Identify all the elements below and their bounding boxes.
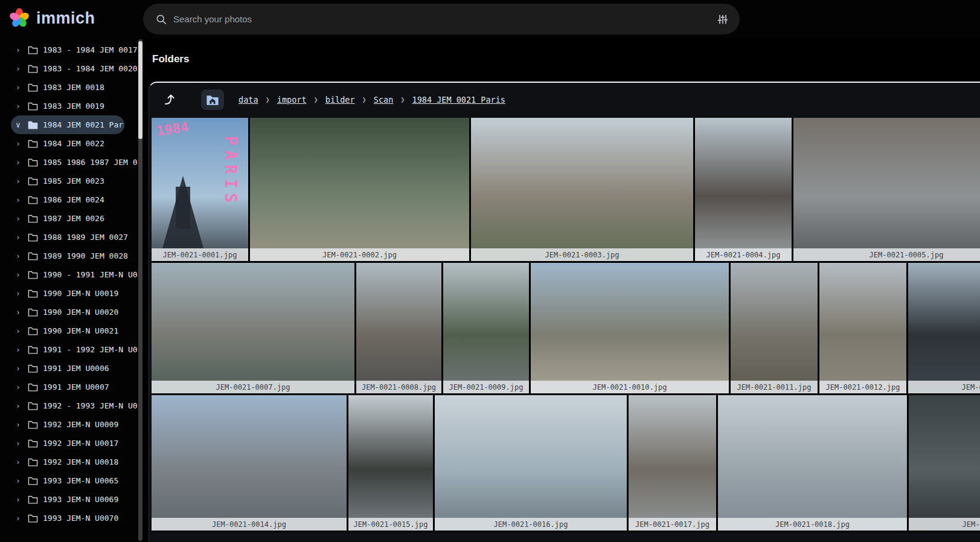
- breadcrumb-link[interactable]: bilder: [325, 95, 355, 105]
- photo-tile[interactable]: JEM-0021-0005.jpg: [793, 118, 980, 261]
- chevron-icon[interactable]: ›: [16, 457, 23, 466]
- sidebar-folder-item[interactable]: › 1992 JEM-N U0018: [11, 453, 138, 471]
- photo-thumbnail: [471, 118, 693, 261]
- chevron-icon[interactable]: ›: [16, 326, 23, 335]
- app-brand[interactable]: immich: [8, 7, 95, 29]
- sidebar-folder-item[interactable]: › 1992 JEM-N U0017: [11, 434, 138, 453]
- sidebar-folder-item[interactable]: › 1991 - 1992 JEM-N U00: [11, 340, 138, 359]
- sidebar-folder-item[interactable]: › 1985 1986 1987 JEM 00: [11, 153, 138, 172]
- chevron-icon[interactable]: ›: [16, 476, 23, 485]
- chevron-icon[interactable]: ›: [16, 139, 23, 148]
- filter-tune-icon[interactable]: [717, 13, 729, 25]
- photo-tile[interactable]: JEM-0021-0016.jpg: [435, 395, 627, 531]
- chevron-icon[interactable]: ›: [16, 64, 23, 73]
- chevron-icon[interactable]: ›: [16, 102, 23, 111]
- sidebar-folder-item[interactable]: › 1984 JEM 0022: [11, 134, 138, 153]
- chevron-icon[interactable]: ›: [16, 364, 23, 373]
- folder-icon: [28, 439, 38, 448]
- sidebar-folder-item[interactable]: › 1990 JEM-N U0020: [11, 303, 138, 321]
- breadcrumb-link[interactable]: 1984 JEM 0021 Paris: [412, 95, 505, 105]
- photo-filename: JEM-0021-0010.jpg: [531, 381, 729, 393]
- folder-label: 1983 - 1984 JEM 0020: [43, 64, 138, 73]
- sidebar-folder-item[interactable]: › 1989 1990 JEM 0028: [11, 247, 138, 265]
- chevron-icon[interactable]: ›: [16, 270, 23, 279]
- photo-tile[interactable]: JEM-0021-0019.jpg: [909, 395, 980, 531]
- chevron-icon[interactable]: ›: [16, 195, 23, 204]
- photo-thumbnail: [531, 263, 729, 393]
- sidebar-folder-item[interactable]: › 1985 JEM 0023: [11, 172, 138, 190]
- sidebar-folder-item[interactable]: › 1991 JEM U0006: [11, 359, 138, 378]
- folder-label: 1991 JEM U0007: [43, 382, 109, 392]
- chevron-icon[interactable]: ›: [16, 420, 23, 429]
- chevron-icon[interactable]: ›: [16, 158, 23, 167]
- search-bar[interactable]: [143, 4, 740, 34]
- folder-icon: [28, 195, 38, 204]
- chevron-icon[interactable]: ›: [16, 345, 23, 354]
- chevron-icon[interactable]: ›: [16, 439, 23, 448]
- photo-thumbnail: [443, 263, 529, 393]
- sidebar-scrollbar-thumb[interactable]: [138, 41, 143, 139]
- photo-tile[interactable]: JEM-0021-0018.jpg: [718, 395, 907, 531]
- chevron-icon[interactable]: ›: [16, 45, 23, 54]
- chevron-icon[interactable]: ∨: [16, 120, 23, 129]
- sidebar-folder-item[interactable]: › 1990 JEM-N U0019: [11, 284, 138, 303]
- chevron-icon[interactable]: ›: [16, 83, 23, 92]
- chevron-icon[interactable]: ›: [16, 289, 23, 298]
- navigate-up-button[interactable]: [158, 89, 179, 111]
- chevron-icon[interactable]: ›: [16, 514, 23, 523]
- sidebar-folder-item[interactable]: › 1993 JEM-N U0069: [11, 490, 138, 509]
- photo-tile[interactable]: JEM-0021-0015.jpg: [348, 395, 433, 531]
- photo-tile[interactable]: JEM-0021-0003.jpg: [471, 118, 693, 261]
- photo-tile[interactable]: JEM-0021-0017.jpg: [629, 395, 716, 531]
- chevron-icon[interactable]: ›: [16, 214, 23, 223]
- chevron-icon[interactable]: ›: [16, 251, 23, 260]
- sidebar-folder-item[interactable]: › 1988 1989 JEM 0027: [11, 228, 138, 247]
- chevron-icon[interactable]: ›: [16, 495, 23, 504]
- folder-label: 1984 JEM 0021 Paris: [43, 120, 124, 129]
- chevron-icon[interactable]: ›: [16, 308, 23, 317]
- sidebar-folder-item[interactable]: › 1992 - 1993 JEM-N U0: [11, 396, 138, 415]
- photo-tile[interactable]: JEM-0021-0008.jpg: [356, 263, 441, 393]
- sidebar-folder-item[interactable]: › 1986 JEM 0024: [11, 190, 138, 209]
- chevron-icon[interactable]: ›: [16, 401, 23, 410]
- sidebar-folder-item[interactable]: › 1983 - 1984 JEM 0017: [11, 40, 138, 59]
- breadcrumb-link[interactable]: import: [277, 95, 307, 105]
- photo-filename: JEM-0021-0017.jpg: [629, 518, 716, 531]
- photo-tile[interactable]: JEM-0021-0009.jpg: [443, 263, 529, 393]
- folder-icon: [28, 289, 38, 298]
- sidebar-folder-item[interactable]: › 1983 - 1984 JEM 0020: [11, 59, 138, 78]
- photo-tile[interactable]: JEM-0021-0001.jpg 1984PARIS: [152, 118, 248, 261]
- photo-tile[interactable]: JEM-0021-0012.jpg: [819, 263, 906, 393]
- photo-tile[interactable]: JEM-0021-0013.jpg: [908, 263, 980, 393]
- photo-filename: JEM-0021-0004.jpg: [695, 248, 792, 261]
- folder-icon: [28, 364, 38, 373]
- photo-tile[interactable]: JEM-0021-0010.jpg: [531, 263, 729, 393]
- folder-icon: [28, 495, 38, 504]
- photo-thumbnail: [152, 263, 354, 393]
- sidebar-folder-item[interactable]: › 1983 JEM 0019: [11, 97, 138, 115]
- photo-tile[interactable]: JEM-0021-0004.jpg: [695, 118, 792, 261]
- sidebar-folder-item[interactable]: › 1990 JEM-N U0021: [11, 321, 138, 340]
- sidebar-folder-item[interactable]: ∨ 1984 JEM 0021 Paris: [11, 115, 124, 134]
- sidebar-folder-item[interactable]: › 1987 JEM 0026: [11, 209, 138, 228]
- folder-icon: [28, 401, 38, 410]
- sidebar-folder-item[interactable]: › 1993 JEM-N U0070: [11, 509, 138, 527]
- home-button[interactable]: [201, 89, 224, 110]
- sidebar-folder-item[interactable]: › 1993 JEM-N U0065: [11, 471, 138, 490]
- photo-tile[interactable]: JEM-0021-0011.jpg: [731, 263, 818, 393]
- photo-tile[interactable]: JEM-0021-0002.jpg: [250, 118, 469, 261]
- search-input[interactable]: [173, 14, 717, 24]
- sidebar-folder-item[interactable]: › 1992 JEM-N U0009: [11, 415, 138, 434]
- folder-label: 1992 JEM-N U0018: [43, 457, 118, 466]
- sidebar-folder-item[interactable]: › 1991 JEM U0007: [11, 378, 138, 396]
- breadcrumb-link[interactable]: Scan: [374, 95, 394, 105]
- breadcrumb-link[interactable]: data: [239, 95, 258, 105]
- search-icon: [155, 13, 167, 25]
- photo-tile[interactable]: JEM-0021-0014.jpg: [152, 395, 347, 531]
- sidebar-folder-item[interactable]: › 1990 - 1991 JEM-N U00: [11, 265, 138, 284]
- photo-tile[interactable]: JEM-0021-0007.jpg: [152, 263, 354, 393]
- chevron-icon[interactable]: ›: [16, 382, 23, 392]
- sidebar-folder-item[interactable]: › 1983 JEM 0018: [11, 78, 138, 97]
- chevron-icon[interactable]: ›: [16, 176, 23, 186]
- chevron-icon[interactable]: ›: [16, 233, 23, 242]
